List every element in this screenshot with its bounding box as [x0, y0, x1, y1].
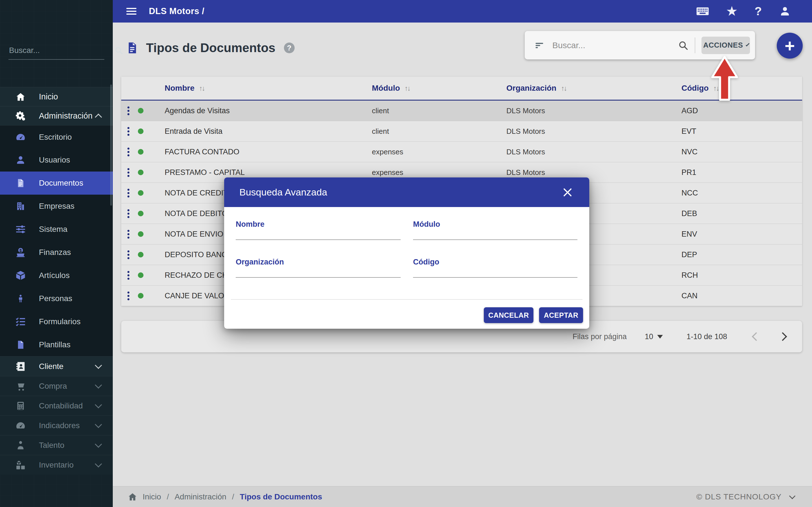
sidebar-item-personas[interactable]: Personas	[0, 287, 113, 310]
cell-nombre: FACTURA CONTADO	[165, 148, 239, 156]
row-menu-icon[interactable]	[128, 271, 130, 280]
copyright-text: © DLS TECHNOLOGY	[696, 492, 781, 501]
previous-page-icon[interactable]	[752, 332, 760, 341]
status-dot	[138, 190, 144, 196]
field-input-nombre[interactable]	[236, 231, 401, 240]
sidebar-search-input[interactable]	[8, 46, 111, 55]
breadcrumb-item-inicio[interactable]: Inicio	[143, 492, 161, 501]
page-head: Tipos de Documentos ?	[126, 33, 295, 63]
sidebar-item-administracion[interactable]: Administración	[0, 106, 113, 125]
row-menu-icon[interactable]	[128, 127, 130, 136]
home-icon[interactable]	[128, 492, 137, 501]
sidebar-item-inventario[interactable]: Inventario	[0, 455, 113, 474]
breadcrumb-separator: /	[232, 492, 234, 501]
cell-nombre: NOTA DE CREDITO	[165, 189, 234, 198]
sort-icon[interactable]: ↑↓	[561, 84, 566, 93]
row-menu-icon[interactable]	[128, 148, 130, 156]
app-window: Inicio Administración Escritorio Usuario…	[0, 0, 812, 507]
sort-icon[interactable]: ↑↓	[199, 84, 204, 93]
field-input-organizacion[interactable]	[236, 269, 401, 278]
keyboard-icon[interactable]	[696, 7, 709, 16]
sidebar: Inicio Administración Escritorio Usuario…	[0, 0, 113, 507]
sidebar-item-compra[interactable]: Compra	[0, 376, 113, 396]
rows-per-page-select[interactable]: 10	[645, 332, 663, 341]
sidebar-item-articulos[interactable]: Artículos	[0, 264, 113, 287]
page-help-icon[interactable]: ?	[284, 43, 295, 53]
cell-organizacion: DLS Motors	[506, 127, 545, 136]
modal-divider	[231, 299, 582, 300]
document-icon	[126, 40, 139, 55]
topbar-icons: ★ ?	[696, 5, 791, 17]
search-submit-icon[interactable]	[678, 40, 689, 51]
filter-icon[interactable]	[534, 40, 545, 50]
menu-icon[interactable]	[126, 6, 137, 16]
sidebar-item-plantillas[interactable]: Plantillas	[0, 333, 113, 356]
cell-codigo: AGD	[681, 107, 698, 115]
table-search-input[interactable]	[552, 40, 678, 50]
next-page-icon[interactable]	[778, 332, 787, 341]
address-book-icon	[14, 361, 27, 372]
sidebar-item-escritorio[interactable]: Escritorio	[0, 125, 113, 149]
sidebar-item-empresas[interactable]: Empresas	[0, 194, 113, 218]
cell-organizacion: DLS Motors	[506, 168, 545, 177]
cancel-button[interactable]: CANCELAR	[484, 307, 534, 323]
sort-icon[interactable]: ↑↓	[405, 84, 410, 93]
plus-icon: +	[784, 36, 795, 56]
actions-button[interactable]: ACCIONES	[702, 37, 750, 54]
sidebar-item-inicio[interactable]: Inicio	[0, 87, 113, 106]
sidebar-item-label: Personas	[39, 294, 101, 303]
status-dot	[138, 108, 144, 114]
user-icon[interactable]	[779, 6, 791, 17]
sidebar-item-label: Artículos	[39, 271, 101, 280]
sidebar-item-contabilidad[interactable]: Contabilidad	[0, 396, 113, 415]
rows-per-page-value: 10	[645, 332, 653, 341]
field-input-codigo[interactable]	[413, 269, 577, 278]
copyright: © DLS TECHNOLOGY	[696, 492, 795, 501]
table-row[interactable]: Entrada de Visita client DLS Motors EVT	[121, 121, 802, 142]
sidebar-item-talento[interactable]: Talento	[0, 435, 113, 455]
sidebar-item-formularios[interactable]: Formularios	[0, 310, 113, 333]
add-button[interactable]: +	[777, 33, 803, 59]
cell-codigo: NCC	[681, 189, 698, 198]
row-menu-icon[interactable]	[128, 291, 130, 300]
help-icon[interactable]: ?	[755, 5, 762, 17]
star-icon[interactable]: ★	[726, 5, 737, 17]
row-menu-icon[interactable]	[128, 209, 130, 218]
modal-field: Organización	[236, 258, 401, 278]
sidebar-item-label: Formularios	[39, 317, 101, 326]
modal-field: Nombre	[236, 220, 401, 240]
search-icon[interactable]	[114, 46, 123, 55]
sidebar-item-usuarios[interactable]: Usuarios	[0, 149, 113, 172]
sidebar-scrollbar[interactable]	[110, 84, 112, 206]
row-menu-icon[interactable]	[128, 189, 130, 198]
row-menu-icon[interactable]	[128, 107, 130, 115]
row-menu-icon[interactable]	[128, 168, 130, 177]
row-menu-icon[interactable]	[128, 250, 130, 259]
chevron-down-icon[interactable]	[789, 493, 796, 499]
person-tie-icon	[14, 440, 27, 450]
cell-nombre: Entrada de Visita	[165, 127, 222, 136]
field-input-modulo[interactable]	[413, 231, 577, 240]
sidebar-item-label: Inventario	[39, 460, 96, 469]
table-row[interactable]: FACTURA CONTADO expenses DLS Motors NVC	[121, 142, 802, 162]
sidebar-item-cliente[interactable]: Cliente	[0, 356, 113, 376]
cell-organizacion: DLS Motors	[506, 148, 545, 156]
column-codigo: Código	[681, 83, 709, 93]
sidebar-item-indicadores[interactable]: Indicadores	[0, 415, 113, 435]
accept-button[interactable]: ACEPTAR	[539, 307, 583, 323]
table-row[interactable]: Agendas de Visitas client DLS Motors AGD	[121, 101, 802, 121]
breadcrumb-item-administracion[interactable]: Administración	[174, 492, 226, 501]
advanced-search-modal: Busqueda Avanzada Nombre Módulo Organiza…	[224, 177, 589, 329]
sidebar-item-finanzas[interactable]: Finanzas	[0, 241, 113, 264]
cell-modulo: client	[372, 107, 389, 115]
close-icon[interactable]	[563, 187, 572, 197]
sidebar-item-label: Empresas	[39, 202, 101, 211]
sidebar-item-sistema[interactable]: Sistema	[0, 218, 113, 241]
sidebar-item-label: Plantillas	[39, 340, 101, 349]
row-menu-icon[interactable]	[128, 230, 130, 238]
sidebar-item-documentos[interactable]: Documentos	[0, 172, 113, 194]
cell-nombre: NOTA DE ENVIO	[165, 230, 223, 238]
cell-codigo: ENV	[681, 230, 697, 238]
sidebar-item-label: Administración	[39, 111, 96, 121]
box-icon	[14, 270, 27, 281]
